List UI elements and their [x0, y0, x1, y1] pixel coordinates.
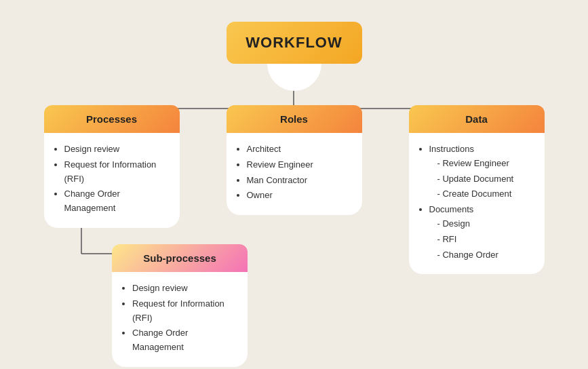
- subprocess-item-1: Design review: [132, 281, 237, 296]
- workflow-diagram: WORKFLOW Processes Design review Request…: [0, 0, 588, 369]
- documents-sub-1: Design: [437, 217, 534, 231]
- roles-header: Roles: [227, 105, 362, 133]
- process-item-3: Change Order Management: [64, 187, 169, 216]
- workflow-title: WORKFLOW: [227, 22, 362, 64]
- level1-columns: Processes Design review Request for Info…: [0, 105, 588, 274]
- workflow-circle: [267, 64, 321, 91]
- subprocess-item-2: Request for Information (RFI): [132, 297, 237, 326]
- instructions-sub-1: Review Engineer: [437, 157, 534, 171]
- role-item-4: Owner: [247, 189, 351, 203]
- data-item-documents: Documents Design RFI Change Order: [429, 203, 534, 262]
- process-item-1: Design review: [64, 142, 169, 157]
- subprocess-item-3: Change Order Management: [132, 326, 237, 355]
- instructions-sub-3: Create Document: [437, 187, 534, 201]
- process-item-2: Request for Information (RFI): [64, 158, 169, 187]
- role-item-2: Review Engineer: [247, 158, 351, 172]
- role-item-1: Architect: [247, 142, 351, 157]
- data-card: Data Instructions Review Engineer Update…: [409, 105, 545, 274]
- subprocesses-card: Sub-processes Design review Request for …: [112, 244, 248, 367]
- subprocesses-header: Sub-processes: [112, 244, 248, 272]
- data-body: Instructions Review Engineer Update Docu…: [409, 133, 545, 274]
- workflow-node: WORKFLOW: [227, 22, 362, 91]
- data-header: Data: [409, 105, 545, 133]
- roles-body: Architect Review Engineer Man Contractor…: [227, 133, 362, 215]
- processes-body: Design review Request for Information (R…: [44, 133, 180, 228]
- instructions-sub-2: Update Document: [437, 172, 534, 187]
- data-item-instructions: Instructions Review Engineer Update Docu…: [429, 142, 534, 201]
- processes-header: Processes: [44, 105, 180, 133]
- documents-sub-2: RFI: [437, 233, 534, 247]
- subprocesses-body: Design review Request for Information (R…: [112, 272, 248, 367]
- documents-sub-3: Change Order: [437, 248, 534, 263]
- role-item-3: Man Contractor: [247, 174, 351, 188]
